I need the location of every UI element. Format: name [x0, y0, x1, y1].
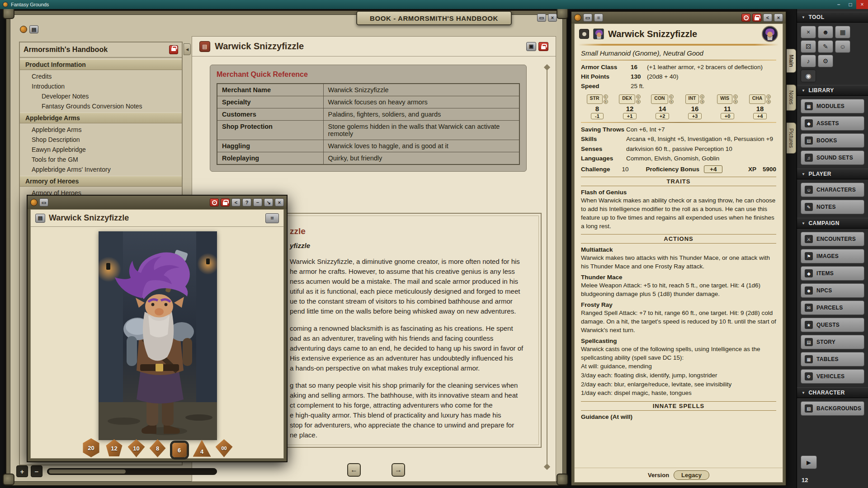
pop-out-icon[interactable]: ▣ [526, 42, 536, 51]
die[interactable]: 8 [150, 439, 166, 457]
npc-token-icon[interactable] [579, 29, 589, 39]
sidebar-section-character[interactable]: ▼ CHARACTER [797, 387, 868, 398]
tool-button[interactable]: ▦ [835, 26, 850, 38]
die[interactable]: 4 [193, 439, 211, 457]
zoom-out-button[interactable]: − [31, 465, 42, 477]
sidebar-button[interactable]: ⚙ VEHICLES [801, 369, 864, 384]
toc-entry[interactable]: Product Information [20, 59, 182, 70]
tool-button[interactable]: ☺ [835, 40, 850, 53]
ability-name-chip[interactable]: DEX [619, 94, 635, 104]
toc-entry[interactable]: Credits [20, 71, 182, 81]
radial-menu-button[interactable] [210, 198, 219, 206]
sidebar-button[interactable]: ▤ STORY [801, 335, 864, 349]
toc-entry[interactable]: Developer Notes [20, 91, 182, 101]
page-back-button[interactable]: ← [347, 463, 361, 477]
sidebar-section-library[interactable]: ▼ LIBRARY [797, 85, 868, 96]
ability-modifier[interactable]: +3 [688, 113, 702, 119]
window-mode-icon[interactable]: ▭ [39, 198, 48, 206]
sidebar-button[interactable]: ⚑ IMAGES [801, 249, 864, 263]
ability-save-roll-button[interactable]: S [669, 99, 674, 104]
radial-menu-button[interactable] [741, 14, 750, 22]
toc-horizontal-scrollbar[interactable] [47, 468, 217, 475]
ability-save-roll-button[interactable]: S [733, 99, 738, 104]
action-name[interactable]: Frosty Ray [581, 301, 776, 308]
sidebar-button[interactable]: ▦ TABLES [801, 352, 864, 366]
die[interactable]: 12 [105, 439, 123, 457]
npc-portrait-button[interactable] [762, 26, 778, 42]
tool-button[interactable]: ⚙ [818, 55, 833, 67]
npc-tab[interactable]: Main [787, 49, 796, 73]
ability-check-roll-button[interactable]: C [604, 94, 608, 99]
toc-entry[interactable]: Shop Description [20, 135, 182, 145]
resize-button[interactable]: ↘ [264, 198, 273, 206]
sidebar-section-player[interactable]: ▼ PLAYER [797, 169, 868, 179]
ability-modifier[interactable]: +1 [623, 113, 637, 119]
toc-collapse-button[interactable]: ◀ [184, 43, 191, 55]
ability-check-roll-button[interactable]: C [636, 94, 641, 99]
die[interactable]: 20 [82, 438, 101, 457]
ability-save-roll-button[interactable]: S [700, 99, 704, 104]
window-mode-icon[interactable]: ▭ [583, 14, 592, 22]
toc-lock-button[interactable] [169, 45, 178, 54]
toc-entry[interactable]: Applebridge Arms' Inventory [20, 164, 182, 174]
ability-name-chip[interactable]: STR [587, 94, 603, 104]
action-name[interactable]: Multiattack [581, 246, 776, 253]
image-menu-button[interactable]: ≡ [265, 213, 279, 223]
ability-check-roll-button[interactable]: C [700, 94, 704, 99]
ability-name-chip[interactable]: WIS [717, 94, 732, 104]
minimize-button[interactable]: − [253, 198, 262, 206]
sidebar-button[interactable]: ♫ SOUND SETS [801, 150, 864, 165]
sidebar-button[interactable]: ☺ CHARACTERS [801, 183, 864, 197]
zoom-in-button[interactable]: + [16, 465, 28, 477]
tool-button[interactable]: × [801, 26, 816, 38]
page-lock-button[interactable] [538, 42, 548, 51]
sidebar-button[interactable]: ⚔ ENCOUNTERS [801, 232, 864, 246]
sidebar-button[interactable]: ✎ NOTES [801, 200, 864, 214]
action-name[interactable]: Spellcasting [581, 338, 776, 344]
sidebar-button[interactable]: ✉ PARCELS [801, 300, 864, 315]
ability-modifier[interactable]: +2 [656, 113, 670, 119]
version-value-badge[interactable]: Legacy [674, 470, 709, 480]
die[interactable]: 6 [172, 443, 187, 457]
ability-modifier[interactable]: -1 [591, 113, 604, 119]
ability-name-chip[interactable]: CON [651, 94, 668, 104]
toc-entry[interactable]: Introduction [20, 81, 182, 91]
share-button[interactable]: < [763, 14, 772, 22]
ability-check-roll-button[interactable]: C [669, 94, 674, 99]
npc-thumbnail[interactable] [593, 28, 604, 39]
hit-points-value[interactable]: 130 [631, 73, 647, 81]
portrait-window-titlebar[interactable]: ▭ < ? − ↘ × [28, 196, 287, 209]
os-maximize-button[interactable]: □ [844, 0, 856, 9]
help-button[interactable]: ? [242, 198, 251, 206]
npc-window-titlebar[interactable]: ▭ ≡ < × [571, 12, 786, 23]
play-button[interactable]: ▶ [801, 455, 817, 469]
sidebar-button[interactable]: ▦ MODULES [801, 99, 864, 113]
tool-button[interactable]: ☻ [818, 26, 833, 38]
book-index-icon[interactable]: ▤ [29, 25, 38, 33]
npc-tab[interactable]: Pictures [787, 122, 796, 154]
ability-check-roll-button[interactable]: C [766, 94, 771, 99]
tool-button[interactable]: ⚄ [801, 40, 816, 53]
sidebar-button[interactable]: ◆ ASSETS [801, 116, 864, 131]
npc-tab[interactable]: Notes [787, 84, 796, 110]
innate-spell-name[interactable]: Guidance (At will) [581, 413, 776, 420]
ability-save-roll-button[interactable]: S [766, 99, 771, 104]
toc-entry[interactable]: Applebridge Arms [20, 113, 182, 123]
scrollbar-thumb[interactable] [49, 469, 126, 474]
sidebar-section-tool[interactable]: ▼ TOOL [797, 12, 868, 23]
action-name[interactable]: Thunder Mace [581, 274, 776, 281]
os-titlebar[interactable]: Fantasy Grounds − □ × [0, 0, 868, 9]
ability-save-roll-button[interactable]: S [636, 99, 641, 104]
book-window-mode-icon[interactable]: ▭ [537, 14, 546, 22]
sidebar-button[interactable]: ◆ ITEMS [801, 266, 864, 281]
page-forward-button[interactable]: → [392, 463, 405, 477]
ability-name-chip[interactable]: CHA [749, 94, 766, 104]
ability-check-roll-button[interactable]: C [733, 94, 738, 99]
ability-save-roll-button[interactable]: S [604, 99, 608, 104]
toc-entry[interactable]: Tools for the GM [20, 155, 182, 164]
sidebar-button[interactable]: ▤ BOOKS [801, 133, 864, 148]
sidebar-button[interactable]: ★ QUESTS [801, 318, 864, 332]
ability-modifier[interactable]: +0 [721, 113, 735, 119]
fantasy-grounds-logo-icon[interactable] [20, 26, 27, 33]
toc-entry[interactable]: Fantasy Grounds Conversion Notes [20, 101, 182, 111]
